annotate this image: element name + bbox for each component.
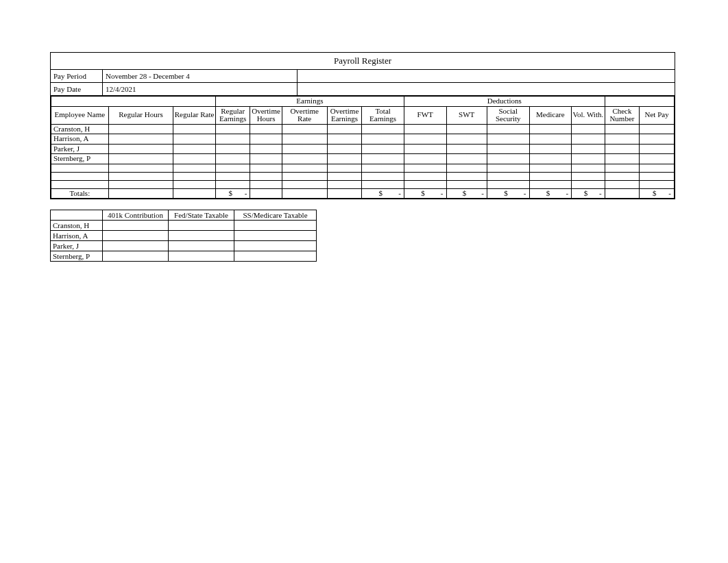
totals-ot-hours [250,188,282,199]
table-row [51,164,675,172]
pay-date-label: Pay Date [51,83,103,95]
table-row: Parker, J [51,241,317,251]
empty-cell [250,172,282,180]
col-ot-rate: Overtime Rate [282,106,327,124]
empty-cell [572,144,605,154]
empty-cell [640,172,675,180]
empty-cell [446,180,487,188]
totals-reg-earn: $- [215,188,250,199]
table-row: Cranston, H [51,124,675,134]
col-swt: SWT [446,106,487,124]
spacer [298,70,675,82]
empty-cell [108,180,173,188]
totals-vol-with: $- [572,188,605,199]
contribution-table: 401k Contribution Fed/State Taxable SS/M… [50,210,317,262]
empty-cell [282,180,327,188]
empty-cell [446,164,487,172]
pay-date-value: 12/4/2021 [103,83,298,95]
table-row: Harrison, A [51,134,675,145]
empty-cell [169,251,234,262]
table-row: Sternberg, P [51,154,675,164]
empty-cell [487,180,529,188]
empty-cell [404,144,446,154]
group-spacer [51,97,216,107]
employee-name-cell: Parker, J [51,241,103,251]
sub-col-fedstate: Fed/State Taxable [169,210,234,221]
empty-cell [327,180,362,188]
totals-total-earn: $- [362,188,404,199]
totals-check-no [605,188,640,199]
col-check-no: Check Number [605,106,640,124]
empty-cell [640,164,675,172]
group-deductions: Deductions [404,97,605,107]
empty-cell [529,144,572,154]
employee-name-cell: Harrison, A [51,134,109,145]
empty-cell [215,134,250,145]
empty-cell [173,144,216,154]
table-row [51,172,675,180]
empty-cell [103,221,169,231]
empty-cell [404,172,446,180]
empty-cell [250,144,282,154]
col-net-pay: Net Pay [640,106,675,124]
table-row: Harrison, A [51,231,317,241]
empty-cell [362,154,404,164]
empty-cell [487,154,529,164]
totals-ot-earn [327,188,362,199]
empty-cell [529,180,572,188]
empty-cell [234,221,317,231]
empty-cell [250,134,282,145]
empty-cell [327,144,362,154]
empty-cell [572,180,605,188]
page-title: Payroll Register [51,53,675,70]
empty-cell [487,134,529,145]
empty-cell [215,180,250,188]
employee-name-cell [51,172,109,180]
empty-cell [215,164,250,172]
empty-cell [108,154,173,164]
sub-col-ssmed: SS/Medicare Taxable [234,210,317,221]
empty-cell [173,172,216,180]
col-medicare: Medicare [529,106,572,124]
empty-cell [327,134,362,145]
empty-cell [250,124,282,134]
employee-name-cell: Harrison, A [51,231,103,241]
sub-col-employee [51,210,103,221]
contribution-panel: 401k Contribution Fed/State Taxable SS/M… [50,210,317,262]
empty-cell [215,154,250,164]
col-total: Total Earnings [362,106,404,124]
empty-cell [282,134,327,145]
table-row: Cranston, H [51,221,317,231]
empty-cell [487,124,529,134]
empty-cell [572,124,605,134]
col-ss: Social Security [487,106,529,124]
empty-cell [108,124,173,134]
pay-period-value: November 28 - December 4 [103,70,298,82]
totals-medicare: $- [529,188,572,199]
table-row [51,180,675,188]
totals-swt: $- [446,188,487,199]
employee-name-cell: Parker, J [51,144,109,154]
table-row: Sternberg, P [51,251,317,262]
empty-cell [572,154,605,164]
empty-cell [108,172,173,180]
empty-cell [282,164,327,172]
pay-period-row: Pay Period November 28 - December 4 [51,70,675,83]
empty-cell [250,164,282,172]
empty-cell [108,144,173,154]
empty-cell [605,154,640,164]
employee-name-cell: Cranston, H [51,124,109,134]
payroll-table: Earnings Deductions Employee Name Regula… [51,96,675,199]
empty-cell [362,164,404,172]
totals-net-pay: $- [640,188,675,199]
empty-cell [234,251,317,262]
table-row: Parker, J [51,144,675,154]
col-employee: Employee Name [51,106,109,124]
empty-cell [362,134,404,145]
empty-cell [640,124,675,134]
empty-cell [605,124,640,134]
employee-name-cell: Sternberg, P [51,154,109,164]
empty-cell [169,231,234,241]
empty-cell [362,172,404,180]
spacer [298,83,675,95]
